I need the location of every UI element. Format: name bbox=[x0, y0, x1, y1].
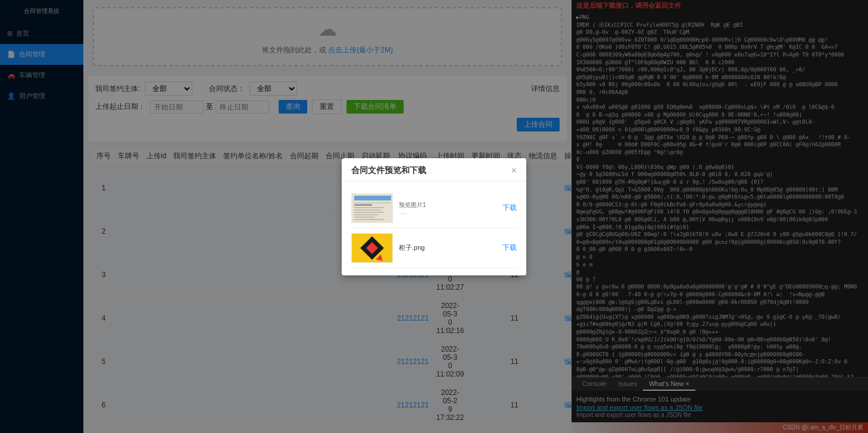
svg-rect-1 bbox=[354, 196, 391, 200]
svg-rect-6 bbox=[354, 212, 384, 213]
contract-management-app: 合同管理系统 ⊞ 首页 📄 合同管理 🚗 车辆管理 👤 用户管理 bbox=[0, 0, 572, 433]
filename-2: 柜子.png bbox=[399, 243, 497, 252]
modal-title: 合同文件预览和下载 bbox=[351, 165, 426, 176]
file-thumbnail-2 bbox=[351, 233, 393, 263]
modal-overlay: 合同文件预览和下载 × bbox=[0, 0, 572, 433]
svg-rect-9 bbox=[354, 219, 384, 220]
modal-header: 合同文件预览和下载 × bbox=[342, 158, 526, 181]
svg-rect-7 bbox=[354, 214, 378, 215]
file-info-1: 预览图片1 ..... bbox=[399, 201, 497, 215]
modal-file-item-2: 柜子.png 下载 bbox=[351, 228, 517, 268]
modal-body: 预览图片1 ..... 下载 bbox=[342, 181, 526, 275]
svg-rect-5 bbox=[354, 209, 381, 211]
modal-file-item-1: 预览图片1 ..... 下载 bbox=[351, 189, 517, 228]
file-download-btn-1[interactable]: 下载 bbox=[502, 203, 517, 213]
svg-rect-3 bbox=[354, 204, 372, 206]
file-info-2: 柜子.png bbox=[399, 243, 497, 252]
diamond-hazard-icon bbox=[360, 236, 384, 260]
modal-close-button[interactable]: × bbox=[511, 165, 517, 176]
file-thumbnail-1 bbox=[351, 193, 393, 223]
file-preview-modal: 合同文件预览和下载 × bbox=[342, 158, 526, 275]
contract-preview-svg bbox=[352, 193, 392, 223]
file-download-btn-2[interactable]: 下载 bbox=[502, 243, 517, 253]
svg-rect-8 bbox=[354, 216, 375, 218]
svg-rect-4 bbox=[354, 207, 384, 208]
